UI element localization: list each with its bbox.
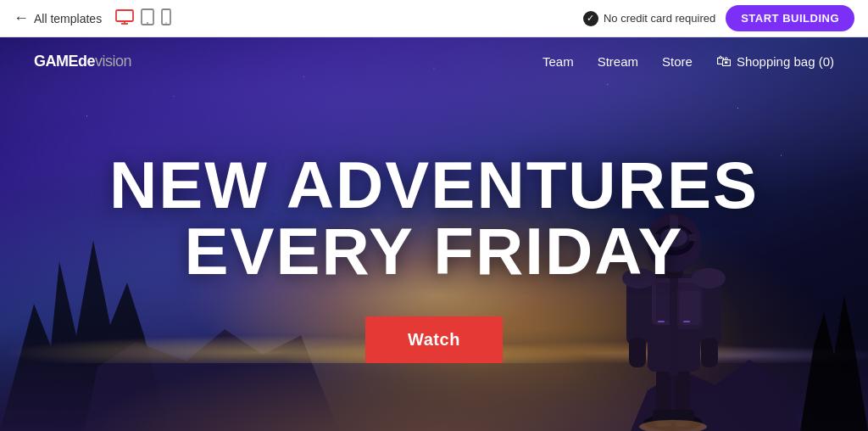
back-button[interactable]: ← All templates xyxy=(14,9,102,27)
website-preview: GAMEdevision Team Stream Store 🛍 Shoppin… xyxy=(0,37,868,431)
check-icon: ✓ xyxy=(583,11,598,26)
no-credit-info: ✓ No credit card required xyxy=(583,11,715,26)
shopping-bag-icon: 🛍 xyxy=(716,53,732,70)
desktop-icon[interactable] xyxy=(115,9,134,28)
tablet-icon[interactable] xyxy=(141,8,154,29)
site-navigation: GAMEdevision Team Stream Store 🛍 Shoppin… xyxy=(0,37,868,85)
nav-stream-link[interactable]: Stream xyxy=(598,54,638,69)
hero-line1: NEW ADVENTURES xyxy=(0,152,868,218)
hero-content: NEW ADVENTURES EVERY FRIDAY Watch xyxy=(0,152,868,363)
hero-line2: EVERY FRIDAY xyxy=(0,218,868,284)
site-logo: GAMEdevision xyxy=(34,53,131,70)
nav-store-link[interactable]: Store xyxy=(662,54,693,69)
start-building-button[interactable]: START BUILDING xyxy=(726,5,854,31)
nav-cart-label: Shopping bag (0) xyxy=(737,54,834,69)
device-selector xyxy=(115,8,171,29)
watch-button[interactable]: Watch xyxy=(365,316,503,363)
nav-team-link[interactable]: Team xyxy=(542,54,574,69)
all-templates-label: All templates xyxy=(34,12,102,25)
mobile-icon[interactable] xyxy=(161,8,171,29)
logo-dev-text: vision xyxy=(95,53,131,70)
nav-links: Team Stream Store 🛍 Shopping bag (0) xyxy=(542,53,834,70)
back-arrow-icon: ← xyxy=(14,9,29,27)
no-credit-label: No credit card required xyxy=(604,12,715,25)
svg-point-4 xyxy=(147,22,148,24)
logo-game-text: GAMEde xyxy=(34,53,95,70)
toolbar: ← All templates ✓ No xyxy=(0,0,868,37)
svg-rect-0 xyxy=(116,10,133,21)
nav-cart[interactable]: 🛍 Shopping bag (0) xyxy=(716,53,834,70)
hero-title: NEW ADVENTURES EVERY FRIDAY xyxy=(0,152,868,284)
svg-point-6 xyxy=(165,22,167,24)
